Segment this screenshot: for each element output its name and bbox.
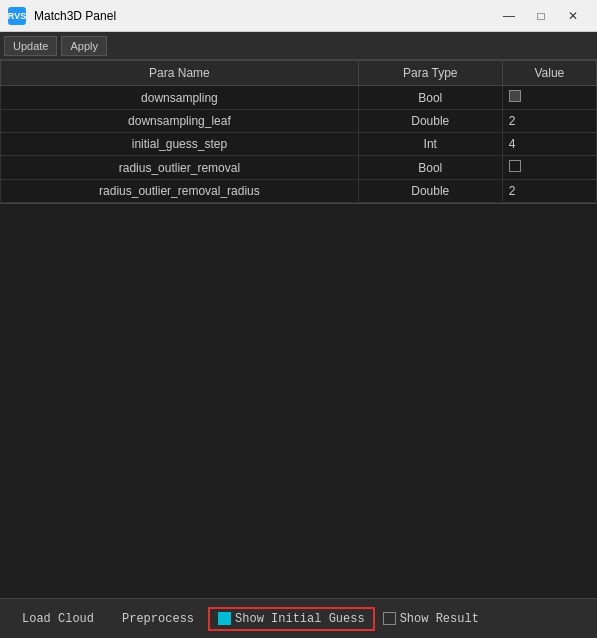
param-name-cell: radius_outlier_removal — [1, 156, 359, 180]
param-type-cell: Double — [358, 110, 502, 133]
param-value-cell: 2 — [502, 180, 596, 203]
preprocess-button[interactable]: Preprocess — [108, 608, 208, 630]
update-button[interactable]: Update — [4, 36, 57, 56]
param-name-cell: initial_guess_step — [1, 133, 359, 156]
col-header-para-name: Para Name — [1, 61, 359, 86]
param-type-cell: Int — [358, 133, 502, 156]
load-cloud-button[interactable]: Load Cloud — [8, 608, 108, 630]
main-content: Update Apply Para Name Para Type Value d… — [0, 32, 597, 638]
table-row: downsampling_leafDouble2 — [1, 110, 597, 133]
table-scroll-area[interactable]: Para Name Para Type Value downsamplingBo… — [0, 60, 597, 203]
parameters-table: Para Name Para Type Value downsamplingBo… — [0, 60, 597, 203]
table-row: initial_guess_stepInt4 — [1, 133, 597, 156]
parameters-table-container: Para Name Para Type Value downsamplingBo… — [0, 60, 597, 204]
param-checkbox[interactable] — [509, 160, 521, 172]
col-header-para-type: Para Type — [358, 61, 502, 86]
show-result-checkbox[interactable] — [383, 612, 396, 625]
app-icon: RVS — [8, 7, 26, 25]
show-initial-guess-group[interactable]: Show Initial Guess — [208, 607, 375, 631]
param-name-cell: downsampling — [1, 86, 359, 110]
param-value-cell: 4 — [502, 133, 596, 156]
param-type-cell: Double — [358, 180, 502, 203]
show-result-group[interactable]: Show Result — [375, 609, 487, 629]
window-controls: — □ ✕ — [493, 0, 589, 32]
apply-button[interactable]: Apply — [61, 36, 107, 56]
param-value-cell: 2 — [502, 110, 596, 133]
maximize-button[interactable]: □ — [525, 0, 557, 32]
param-name-cell: radius_outlier_removal_radius — [1, 180, 359, 203]
minimize-button[interactable]: — — [493, 0, 525, 32]
table-row: radius_outlier_removalBool — [1, 156, 597, 180]
param-type-cell: Bool — [358, 86, 502, 110]
table-row: downsamplingBool — [1, 86, 597, 110]
window-title: Match3D Panel — [34, 9, 485, 23]
param-type-cell: Bool — [358, 156, 502, 180]
show-result-label: Show Result — [400, 612, 479, 626]
param-value-cell[interactable] — [502, 156, 596, 180]
param-value-cell[interactable] — [502, 86, 596, 110]
title-bar: RVS Match3D Panel — □ ✕ — [0, 0, 597, 32]
param-checkbox[interactable] — [509, 90, 521, 102]
table-row: radius_outlier_removal_radiusDouble2 — [1, 180, 597, 203]
viewport-wrapper: Y X | Z — [0, 204, 597, 598]
param-name-cell: downsampling_leaf — [1, 110, 359, 133]
col-header-value: Value — [502, 61, 596, 86]
toolbar: Update Apply — [0, 32, 597, 60]
bottom-toolbar: Load Cloud Preprocess Show Initial Guess… — [0, 598, 597, 638]
show-initial-guess-checkbox[interactable] — [218, 612, 231, 625]
show-initial-guess-label: Show Initial Guess — [235, 612, 365, 626]
close-button[interactable]: ✕ — [557, 0, 589, 32]
